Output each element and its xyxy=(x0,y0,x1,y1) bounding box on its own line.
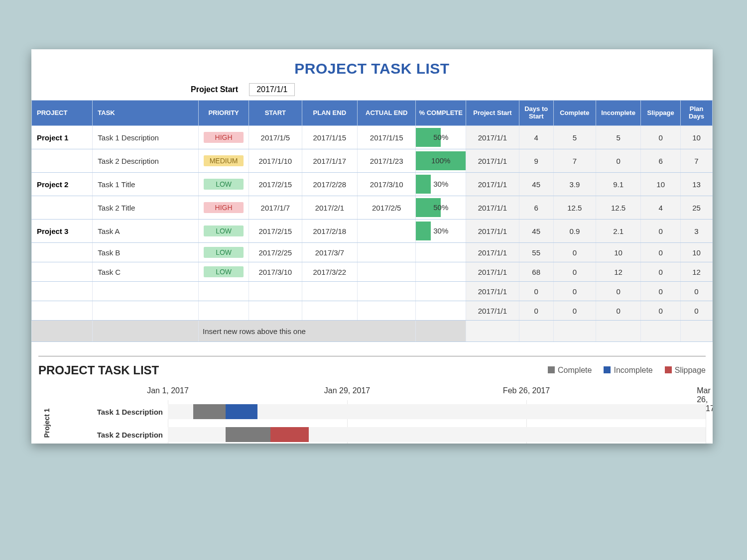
priority-badge: LOW xyxy=(204,266,244,277)
spreadsheet-window: PROJECT TASK LIST Project Start 2017/1/1… xyxy=(31,49,713,444)
gantt-group-label: Project 1 xyxy=(43,408,51,438)
task-table[interactable]: PROJECTTASKPRIORITYSTARTPLAN ENDACTUAL E… xyxy=(31,100,713,342)
col-project[interactable]: PROJECT xyxy=(32,101,93,126)
legend-complete: Complete xyxy=(548,366,592,375)
gantt-seg-i xyxy=(226,404,257,419)
table-row[interactable]: 2017/1/100000 xyxy=(32,301,713,321)
col-start[interactable]: START xyxy=(249,101,302,126)
table-row[interactable]: Task BLOW2017/2/252017/3/72017/1/1550100… xyxy=(32,243,713,262)
axis-tick: Jan 1, 2017 xyxy=(147,386,189,395)
axis-tick: Jan 29, 2017 xyxy=(324,386,371,395)
priority-badge: HIGH xyxy=(204,132,244,143)
chart-axis: Jan 1, 2017Jan 29, 2017Feb 26, 2017Mar 2… xyxy=(168,386,706,396)
table-row[interactable]: Project 1Task 1 DescriptionHIGH2017/1/52… xyxy=(32,126,713,149)
table-row[interactable]: Project 2Task 1 TitleLOW2017/2/152017/2/… xyxy=(32,173,713,196)
insert-row-hint[interactable]: Insert new rows above this one xyxy=(32,321,713,342)
gantt-seg-s xyxy=(270,427,309,442)
gantt-seg-c xyxy=(226,427,270,442)
col-plan-end[interactable]: PLAN END xyxy=(302,101,358,126)
priority-badge: HIGH xyxy=(204,202,244,213)
col-days-to-start[interactable]: Days to Start xyxy=(519,101,553,126)
col-incomplete[interactable]: Incomplete xyxy=(596,101,640,126)
col-slippage[interactable]: Slippage xyxy=(641,101,681,126)
axis-tick: Feb 26, 2017 xyxy=(503,386,550,395)
col--complete[interactable]: % COMPLETE xyxy=(416,101,466,126)
chart-plot: Task 1 DescriptionTask 2 DescriptionProj… xyxy=(38,400,706,444)
col-project-start[interactable]: Project Start xyxy=(466,101,519,126)
chart-title: PROJECT TASK LIST xyxy=(38,363,159,377)
project-start-label: Project Start xyxy=(191,85,238,94)
project-start-value[interactable]: 2017/1/1 xyxy=(249,83,295,96)
gantt-seg-c xyxy=(193,404,225,419)
col-actual-end[interactable]: ACTUAL END xyxy=(358,101,416,126)
chart-legend: Complete Incomplete Slippage xyxy=(548,366,706,375)
gantt-row: Task 2 Description xyxy=(38,423,706,444)
priority-badge: MEDIUM xyxy=(204,155,244,166)
col-complete[interactable]: Complete xyxy=(553,101,596,126)
table-row[interactable]: Task 2 DescriptionMEDIUM2017/1/102017/1/… xyxy=(32,149,713,173)
gantt-task-label: Task 2 Description xyxy=(58,423,168,444)
legend-slippage: Slippage xyxy=(665,366,706,375)
legend-incomplete: Incomplete xyxy=(604,366,652,375)
priority-badge: LOW xyxy=(204,247,244,258)
gantt-task-label: Task 1 Description xyxy=(58,400,168,423)
col-task[interactable]: TASK xyxy=(93,101,199,126)
table-row[interactable]: 2017/1/100000 xyxy=(32,282,713,301)
table-header-row: PROJECTTASKPRIORITYSTARTPLAN ENDACTUAL E… xyxy=(32,101,713,126)
priority-badge: LOW xyxy=(204,179,244,190)
table-row[interactable]: Project 3Task ALOW2017/2/152017/2/1830%2… xyxy=(32,220,713,243)
table-row[interactable]: Task 2 TitleHIGH2017/1/72017/2/12017/2/5… xyxy=(32,196,713,220)
gantt-chart: PROJECT TASK LIST Complete Incomplete Sl… xyxy=(38,356,706,444)
project-start-row: Project Start 2017/1/1 xyxy=(31,82,713,100)
table-row[interactable]: Task CLOW2017/3/102017/3/222017/1/168012… xyxy=(32,262,713,282)
gantt-row: Task 1 Description xyxy=(38,400,706,423)
priority-badge: LOW xyxy=(204,225,244,236)
col-priority[interactable]: PRIORITY xyxy=(199,101,249,126)
page-title: PROJECT TASK LIST xyxy=(31,49,713,82)
col-plan-days[interactable]: Plan Days xyxy=(681,101,713,126)
